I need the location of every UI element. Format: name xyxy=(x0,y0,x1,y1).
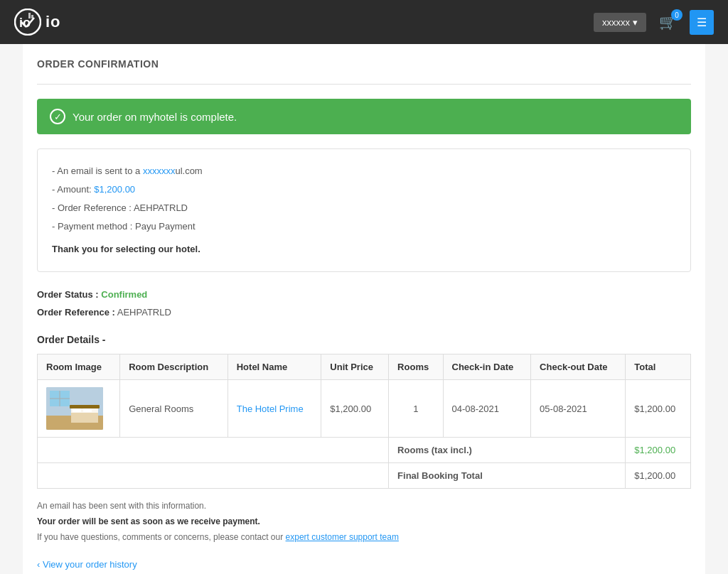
rooms-tax-value: $1,200.00 xyxy=(626,438,691,463)
page-content: ORDER CONFIRMATION ✓ Your order on myhot… xyxy=(23,44,705,574)
logo-icon: io xyxy=(14,9,41,36)
support-link[interactable]: expert customer support team xyxy=(286,532,399,542)
footer-line2: Your order will be sent as soon as we re… xyxy=(37,514,691,530)
page-title: ORDER CONFIRMATION xyxy=(37,58,691,70)
hamburger-menu-button[interactable]: ☰ xyxy=(690,10,714,35)
col-unit-price: Unit Price xyxy=(321,354,389,380)
col-rooms: Rooms xyxy=(389,354,443,380)
menu-icon: ☰ xyxy=(697,16,707,28)
cart-badge: 0 xyxy=(671,9,682,21)
col-total: Total xyxy=(626,354,691,380)
checkin-cell: 04-08-2021 xyxy=(443,380,531,438)
room-image-svg xyxy=(46,387,103,430)
info-box: - An email is sent to a xxxxxxxul.com - … xyxy=(37,148,691,272)
back-to-history-link[interactable]: ‹ View your order history xyxy=(37,559,137,570)
amount-value: $1,200.00 xyxy=(94,184,135,195)
order-reference-value: AEHPATRLD xyxy=(117,307,171,318)
svg-rect-15 xyxy=(70,405,100,408)
col-hotel-name: Hotel Name xyxy=(228,354,321,380)
rooms-tax-label: Rooms (tax incl.) xyxy=(397,445,472,455)
header-right: xxxxxx ▾ 🛒 0 ☰ xyxy=(594,10,714,35)
chevron-down-icon: ▾ xyxy=(633,17,638,28)
col-room-description: Room Description xyxy=(120,354,228,380)
order-details-title: Order Details - xyxy=(37,334,691,345)
hotel-name-cell: The Hotel Prime xyxy=(228,380,321,438)
reference-value: AEHPATRLD xyxy=(134,202,188,213)
checkout-cell: 05-08-2021 xyxy=(531,380,626,438)
final-label: Final Booking Total xyxy=(397,470,483,481)
row-total-cell: $1,200.00 xyxy=(626,380,691,438)
svg-rect-4 xyxy=(28,13,31,18)
order-status-section: Order Status : Confirmed Order Reference… xyxy=(37,286,691,321)
email-redacted: xxxxxxx xyxy=(143,166,176,176)
payment-value: Payu Payment xyxy=(135,221,196,232)
amount-line: - Amount: $1,200.00 xyxy=(52,180,676,199)
success-banner: ✓ Your order on myhotel is complete. xyxy=(37,99,691,134)
user-name: xxxxxx xyxy=(602,17,630,28)
order-status-line: Order Status : Confirmed xyxy=(37,286,691,304)
logo: io io xyxy=(14,9,61,36)
table-header-row: Room Image Room Description Hotel Name U… xyxy=(38,354,691,380)
svg-rect-14 xyxy=(83,408,92,412)
svg-rect-5 xyxy=(31,15,33,18)
final-total-row: Final Booking Total $1,200.00 xyxy=(38,463,691,489)
room-description-cell: General Rooms xyxy=(120,380,228,438)
success-icon: ✓ xyxy=(50,109,65,124)
thank-you-text: Thank you for selecting our hotel. xyxy=(52,240,676,259)
room-image-cell xyxy=(38,380,120,438)
col-checkin: Check-in Date xyxy=(443,354,531,380)
room-image xyxy=(46,387,103,430)
status-value: Confirmed xyxy=(101,289,147,300)
divider xyxy=(37,84,691,85)
payment-line: - Payment method : Payu Payment xyxy=(52,217,676,236)
final-value: $1,200.00 xyxy=(626,463,691,489)
footer-line3: If you have questions, comments or conce… xyxy=(37,530,691,546)
user-menu-button[interactable]: xxxxxx ▾ xyxy=(594,13,646,32)
col-room-image: Room Image xyxy=(38,354,120,380)
unit-price-cell: $1,200.00 xyxy=(321,380,389,438)
order-reference-line: Order Reference : AEHPATRLD xyxy=(37,304,691,322)
rooms-tax-row: Rooms (tax incl.) $1,200.00 xyxy=(38,438,691,463)
rooms-cell: 1 xyxy=(389,380,443,438)
table-row: General Rooms The Hotel Prime $1,200.00 … xyxy=(38,380,691,438)
footer-notes: An email has been sent with this informa… xyxy=(37,499,691,545)
svg-rect-13 xyxy=(73,408,81,412)
success-message: Your order on myhotel is complete. xyxy=(73,111,237,123)
cart-button[interactable]: 🛒 0 xyxy=(653,11,682,33)
logo-text: io xyxy=(46,13,61,31)
reference-line: - Order Reference : AEHPATRLD xyxy=(52,199,676,217)
footer-line1: An email has been sent with this informa… xyxy=(37,499,691,514)
col-checkout: Check-out Date xyxy=(531,354,626,380)
order-table: Room Image Room Description Hotel Name U… xyxy=(37,354,691,489)
site-header: io io xxxxxx ▾ 🛒 0 ☰ xyxy=(0,0,728,44)
email-line: - An email is sent to a xxxxxxxul.com xyxy=(52,162,676,180)
